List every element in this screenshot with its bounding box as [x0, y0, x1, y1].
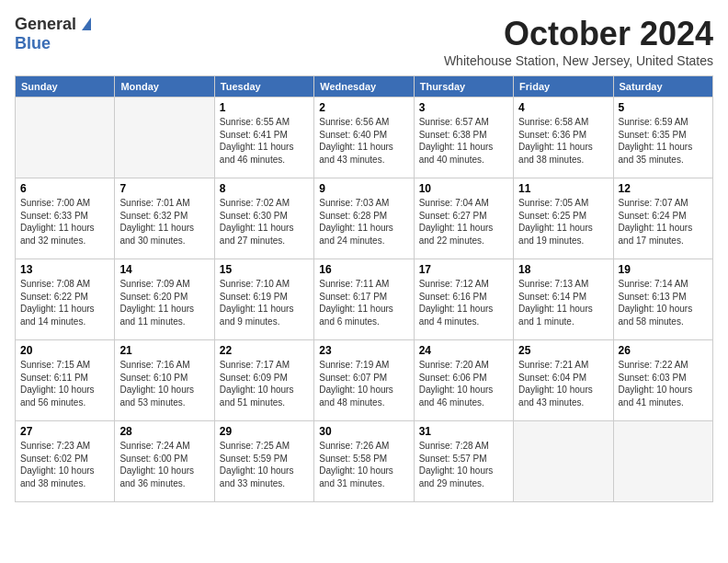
day-number: 25: [518, 344, 608, 357]
cell-details: Sunrise: 6:56 AM Sunset: 6:40 PM Dayligh…: [319, 116, 408, 166]
cell-details: Sunrise: 7:23 AM Sunset: 6:02 PM Dayligh…: [20, 440, 109, 489]
calendar-cell: 27Sunrise: 7:23 AM Sunset: 6:02 PM Dayli…: [16, 421, 115, 502]
weekday-friday: Friday: [514, 76, 613, 98]
day-number: 1: [220, 101, 309, 114]
cell-details: Sunrise: 7:09 AM Sunset: 6:20 PM Dayligh…: [119, 278, 209, 327]
calendar-cell: 23Sunrise: 7:19 AM Sunset: 6:07 PM Dayli…: [314, 340, 414, 421]
weekday-tuesday: Tuesday: [214, 76, 313, 98]
weekday-header-row: SundayMondayTuesdayWednesdayThursdayFrid…: [16, 76, 713, 98]
calendar-cell: 12Sunrise: 7:07 AM Sunset: 6:24 PM Dayli…: [613, 178, 712, 259]
page-header: General Blue October 2024 Whitehouse Sta…: [15, 15, 713, 68]
calendar-cell: 26Sunrise: 7:22 AM Sunset: 6:03 PM Dayli…: [613, 340, 712, 421]
calendar-cell: 25Sunrise: 7:21 AM Sunset: 6:04 PM Dayli…: [514, 340, 613, 421]
cell-details: Sunrise: 7:00 AM Sunset: 6:33 PM Dayligh…: [20, 197, 109, 247]
day-number: 31: [419, 425, 508, 438]
day-number: 5: [619, 101, 708, 114]
calendar-cell: 18Sunrise: 7:13 AM Sunset: 6:14 PM Dayli…: [514, 259, 613, 340]
calendar-cell: 22Sunrise: 7:17 AM Sunset: 6:09 PM Dayli…: [214, 340, 313, 421]
cell-details: Sunrise: 7:08 AM Sunset: 6:22 PM Dayligh…: [20, 278, 109, 327]
calendar-cell: 3Sunrise: 6:57 AM Sunset: 6:38 PM Daylig…: [414, 98, 513, 178]
cell-details: Sunrise: 7:04 AM Sunset: 6:27 PM Dayligh…: [419, 197, 508, 247]
cell-details: Sunrise: 7:02 AM Sunset: 6:30 PM Dayligh…: [220, 197, 309, 247]
week-row-4: 20Sunrise: 7:15 AM Sunset: 6:11 PM Dayli…: [16, 340, 713, 421]
cell-details: Sunrise: 7:07 AM Sunset: 6:24 PM Dayligh…: [619, 197, 708, 247]
weekday-wednesday: Wednesday: [314, 76, 414, 98]
day-number: 18: [518, 263, 608, 276]
day-number: 22: [220, 344, 309, 357]
day-number: 30: [319, 425, 408, 438]
day-number: 9: [319, 182, 408, 195]
calendar-cell: 31Sunrise: 7:28 AM Sunset: 5:57 PM Dayli…: [414, 421, 513, 502]
calendar-cell: 9Sunrise: 7:03 AM Sunset: 6:28 PM Daylig…: [314, 178, 414, 259]
calendar-cell: 7Sunrise: 7:01 AM Sunset: 6:32 PM Daylig…: [115, 178, 214, 259]
calendar-table: SundayMondayTuesdayWednesdayThursdayFrid…: [15, 75, 713, 502]
weekday-saturday: Saturday: [613, 76, 712, 98]
day-number: 14: [119, 263, 209, 276]
calendar-cell: 8Sunrise: 7:02 AM Sunset: 6:30 PM Daylig…: [214, 178, 313, 259]
calendar-cell: 20Sunrise: 7:15 AM Sunset: 6:11 PM Dayli…: [16, 340, 115, 421]
day-number: 13: [20, 263, 109, 276]
cell-details: Sunrise: 7:11 AM Sunset: 6:17 PM Dayligh…: [319, 278, 408, 327]
calendar-cell: 19Sunrise: 7:14 AM Sunset: 6:13 PM Dayli…: [613, 259, 712, 340]
calendar-cell: 15Sunrise: 7:10 AM Sunset: 6:19 PM Dayli…: [214, 259, 313, 340]
calendar-cell: 29Sunrise: 7:25 AM Sunset: 5:59 PM Dayli…: [214, 421, 313, 502]
cell-details: Sunrise: 7:14 AM Sunset: 6:13 PM Dayligh…: [619, 278, 708, 327]
day-number: 7: [119, 182, 209, 195]
calendar-cell: [115, 98, 214, 178]
day-number: 15: [220, 263, 309, 276]
cell-details: Sunrise: 6:57 AM Sunset: 6:38 PM Dayligh…: [419, 116, 508, 166]
day-number: 27: [20, 425, 109, 438]
calendar-cell: 2Sunrise: 6:56 AM Sunset: 6:40 PM Daylig…: [314, 98, 414, 178]
cell-details: Sunrise: 7:26 AM Sunset: 5:58 PM Dayligh…: [319, 440, 408, 489]
day-number: 19: [619, 263, 708, 276]
cell-details: Sunrise: 7:19 AM Sunset: 6:07 PM Dayligh…: [319, 359, 408, 408]
day-number: 4: [518, 101, 608, 114]
calendar-cell: 4Sunrise: 6:58 AM Sunset: 6:36 PM Daylig…: [514, 98, 613, 178]
month-title: October 2024: [444, 15, 713, 53]
day-number: 20: [20, 344, 109, 357]
cell-details: Sunrise: 7:16 AM Sunset: 6:10 PM Dayligh…: [119, 359, 209, 408]
calendar-cell: 13Sunrise: 7:08 AM Sunset: 6:22 PM Dayli…: [16, 259, 115, 340]
day-number: 17: [419, 263, 508, 276]
week-row-1: 1Sunrise: 6:55 AM Sunset: 6:41 PM Daylig…: [16, 98, 713, 178]
cell-details: Sunrise: 7:01 AM Sunset: 6:32 PM Dayligh…: [119, 197, 209, 247]
day-number: 29: [220, 425, 309, 438]
cell-details: Sunrise: 7:17 AM Sunset: 6:09 PM Dayligh…: [220, 359, 309, 408]
cell-details: Sunrise: 7:21 AM Sunset: 6:04 PM Dayligh…: [518, 359, 608, 408]
calendar-cell: 24Sunrise: 7:20 AM Sunset: 6:06 PM Dayli…: [414, 340, 513, 421]
cell-details: Sunrise: 7:22 AM Sunset: 6:03 PM Dayligh…: [619, 359, 708, 408]
calendar-cell: 28Sunrise: 7:24 AM Sunset: 6:00 PM Dayli…: [115, 421, 214, 502]
day-number: 8: [220, 182, 309, 195]
day-number: 26: [619, 344, 708, 357]
calendar-cell: 6Sunrise: 7:00 AM Sunset: 6:33 PM Daylig…: [16, 178, 115, 259]
day-number: 16: [319, 263, 408, 276]
weekday-thursday: Thursday: [414, 76, 513, 98]
calendar-cell: 21Sunrise: 7:16 AM Sunset: 6:10 PM Dayli…: [115, 340, 214, 421]
logo-blue-text: Blue: [15, 34, 51, 52]
weekday-sunday: Sunday: [16, 76, 115, 98]
day-number: 23: [319, 344, 408, 357]
location-title: Whitehouse Station, New Jersey, United S…: [444, 53, 713, 68]
cell-details: Sunrise: 6:55 AM Sunset: 6:41 PM Dayligh…: [220, 116, 309, 166]
day-number: 12: [619, 182, 708, 195]
week-row-3: 13Sunrise: 7:08 AM Sunset: 6:22 PM Dayli…: [16, 259, 713, 340]
day-number: 11: [518, 182, 608, 195]
svg-marker-0: [82, 17, 91, 30]
cell-details: Sunrise: 7:03 AM Sunset: 6:28 PM Dayligh…: [319, 197, 408, 247]
calendar-cell: 11Sunrise: 7:05 AM Sunset: 6:25 PM Dayli…: [514, 178, 613, 259]
day-number: 6: [20, 182, 109, 195]
cell-details: Sunrise: 7:24 AM Sunset: 6:00 PM Dayligh…: [119, 440, 209, 489]
day-number: 10: [419, 182, 508, 195]
day-number: 21: [119, 344, 209, 357]
day-number: 3: [419, 101, 508, 114]
calendar-cell: [613, 421, 712, 502]
cell-details: Sunrise: 7:12 AM Sunset: 6:16 PM Dayligh…: [419, 278, 508, 327]
calendar-cell: 16Sunrise: 7:11 AM Sunset: 6:17 PM Dayli…: [314, 259, 414, 340]
cell-details: Sunrise: 7:05 AM Sunset: 6:25 PM Dayligh…: [518, 197, 608, 247]
calendar-cell: 30Sunrise: 7:26 AM Sunset: 5:58 PM Dayli…: [314, 421, 414, 502]
logo-triangle-icon: [78, 17, 91, 34]
day-number: 24: [419, 344, 508, 357]
cell-details: Sunrise: 6:58 AM Sunset: 6:36 PM Dayligh…: [518, 116, 608, 166]
week-row-5: 27Sunrise: 7:23 AM Sunset: 6:02 PM Dayli…: [16, 421, 713, 502]
calendar-cell: 5Sunrise: 6:59 AM Sunset: 6:35 PM Daylig…: [613, 98, 712, 178]
